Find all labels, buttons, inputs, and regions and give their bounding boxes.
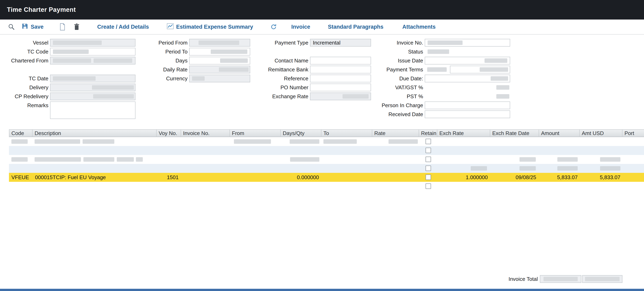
exchange-rate-field[interactable]: [310, 92, 371, 100]
redacted-value: [428, 50, 449, 54]
delete-icon[interactable]: [74, 20, 80, 34]
standard-paragraphs-button[interactable]: Standard Paragraphs: [328, 20, 384, 34]
window-title: Time Charter Payment: [7, 6, 76, 14]
table-row[interactable]: [9, 137, 644, 146]
invoice-no-field[interactable]: [425, 39, 510, 46]
retain-checkbox[interactable]: [426, 174, 431, 180]
redacted-value: [92, 85, 134, 90]
vessel-label: Vessel: [4, 39, 48, 46]
tc-date-field[interactable]: [50, 75, 136, 82]
col-header-description[interactable]: Description: [32, 129, 157, 137]
table-row[interactable]: [9, 182, 644, 191]
col-header-retain[interactable]: Retain: [419, 129, 437, 137]
contact-name-field[interactable]: [310, 57, 371, 64]
daily-rate-field[interactable]: [189, 66, 250, 74]
col-header-exch-rate-date[interactable]: Exch Rate Date: [490, 129, 539, 137]
col-header-port[interactable]: Port: [622, 129, 644, 137]
chartered-from-field[interactable]: [50, 57, 136, 64]
table-row[interactable]: [9, 155, 644, 164]
period-from-label: Period From: [126, 39, 188, 46]
redacted-value: [496, 94, 509, 99]
redacted-value: [198, 40, 239, 45]
cp-redelivery-field[interactable]: [50, 92, 136, 100]
redacted-value: [557, 157, 578, 162]
attachments-button[interactable]: Attachments: [402, 20, 436, 34]
chart-icon: [167, 23, 174, 31]
reference-field[interactable]: [310, 75, 371, 82]
create-add-details-label: Create / Add Details: [97, 24, 149, 30]
remarks-label: Remarks: [4, 102, 48, 109]
invoice-button[interactable]: Invoice: [291, 20, 310, 34]
person-in-charge-field[interactable]: [425, 102, 510, 109]
col-header-invoice-no[interactable]: Invoice No.: [181, 129, 230, 137]
payment-terms-field[interactable]: [450, 66, 510, 74]
create-add-details-button[interactable]: Create / Add Details: [97, 20, 149, 34]
pst-label: PST %: [362, 92, 423, 100]
retain-checkbox[interactable]: [426, 139, 431, 144]
tc-date-label: TC Date: [4, 75, 48, 82]
currency-field[interactable]: [189, 75, 250, 82]
issue-date-label: Issue Date: [362, 57, 423, 64]
payment-type-value: Incremental: [313, 39, 340, 46]
payment-terms-code-field[interactable]: [425, 66, 448, 74]
retain-checkbox[interactable]: [426, 156, 431, 162]
col-header-exch-rate[interactable]: Exch Rate: [437, 129, 490, 137]
table-row[interactable]: [9, 146, 644, 155]
currency-label: Currency: [126, 75, 188, 82]
days-field[interactable]: [189, 57, 250, 64]
redacted-value: [84, 157, 114, 162]
redacted-value: [520, 166, 536, 170]
table-row-selected[interactable]: VFEUE 000015TCIP: Fuel EU Voyage 1501 0.…: [9, 173, 644, 182]
search-icon[interactable]: [8, 20, 15, 34]
remarks-field[interactable]: [50, 102, 136, 119]
estimated-expense-summary-label: Estimated Expense Summary: [176, 24, 253, 30]
cell-amt-usd: 5,833.07: [580, 173, 620, 182]
save-icon: [22, 23, 28, 31]
redacted-value: [544, 277, 578, 281]
redacted-value: [388, 139, 418, 144]
payment-type-field[interactable]: Incremental: [310, 39, 371, 46]
redacted-value: [600, 157, 620, 162]
delivery-field[interactable]: [50, 84, 136, 91]
new-document-icon[interactable]: [60, 20, 66, 34]
period-to-field[interactable]: [189, 48, 250, 56]
redacted-value: [496, 85, 509, 90]
estimated-expense-summary-button[interactable]: Estimated Expense Summary: [167, 20, 253, 34]
retain-checkbox[interactable]: [426, 184, 431, 189]
table-row[interactable]: [9, 164, 644, 173]
details-table: Code Description Voy No. Invoice No. Fro…: [9, 129, 644, 191]
period-to-label: Period To: [126, 48, 188, 56]
remittance-bank-field[interactable]: [310, 66, 371, 74]
po-number-field[interactable]: [310, 84, 371, 91]
redacted-value: [93, 94, 134, 99]
due-date-field[interactable]: [425, 75, 510, 82]
vessel-field[interactable]: [50, 39, 136, 46]
refresh-icon[interactable]: [270, 20, 277, 34]
col-header-to[interactable]: To: [322, 129, 372, 137]
col-header-from[interactable]: From: [230, 129, 281, 137]
attachments-label: Attachments: [402, 24, 436, 30]
retain-checkbox[interactable]: [426, 148, 431, 153]
col-header-amount[interactable]: Amount: [539, 129, 580, 137]
redacted-value: [34, 157, 81, 162]
col-header-rate[interactable]: Rate: [372, 129, 419, 137]
redacted-value: [211, 50, 247, 54]
issue-date-field[interactable]: [425, 57, 510, 64]
redacted-value: [82, 139, 114, 144]
col-header-voy-no[interactable]: Voy No.: [157, 129, 181, 137]
period-from-field[interactable]: [189, 39, 250, 46]
save-button[interactable]: Save: [22, 20, 44, 34]
redacted-value: [234, 139, 271, 144]
redacted-value: [12, 139, 28, 144]
toolbar: Save Create / Add Details Estimated Expe…: [0, 20, 644, 34]
received-date-field[interactable]: [425, 110, 510, 118]
redacted-value: [192, 76, 205, 81]
col-header-days-qty[interactable]: Days/Qty: [281, 129, 322, 137]
tc-code-field[interactable]: [50, 48, 136, 56]
standard-paragraphs-label: Standard Paragraphs: [328, 24, 384, 30]
redacted-value: [324, 139, 357, 144]
retain-checkbox[interactable]: [426, 166, 431, 171]
col-header-amt-usd[interactable]: Amt USD: [580, 129, 622, 137]
col-header-code[interactable]: Code: [9, 129, 32, 137]
redacted-value: [53, 50, 89, 54]
